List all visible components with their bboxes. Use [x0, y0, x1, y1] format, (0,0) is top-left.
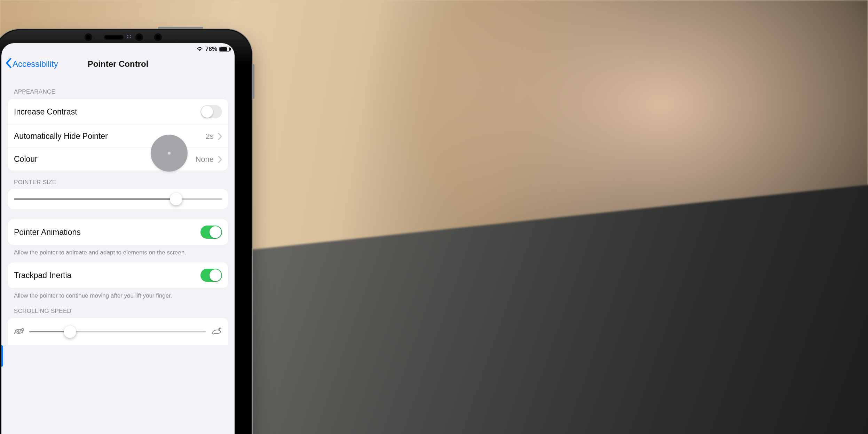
- tortoise-icon: [14, 327, 24, 336]
- pointer-size-slider[interactable]: [14, 198, 222, 200]
- row-label: Colour: [14, 155, 38, 164]
- section-header-pointer-size: POINTER SIZE: [8, 171, 228, 189]
- screen: 78% Accessibility Pointer Control APPEAR…: [1, 43, 235, 434]
- battery-fill: [220, 47, 227, 51]
- ipad-device-frame: :: 78% Accessibility Pointer Control APP…: [0, 29, 252, 434]
- back-button[interactable]: Accessibility: [6, 58, 58, 70]
- pointer-animations-switch[interactable]: [200, 226, 222, 239]
- pointer-animations-group: Pointer Animations: [8, 219, 228, 245]
- svg-point-2: [219, 331, 220, 331]
- nav-bar: Accessibility Pointer Control: [1, 54, 235, 74]
- status-bar: 78%: [1, 43, 235, 54]
- scrolling-speed-slider[interactable]: [29, 331, 206, 332]
- row-label: Increase Contrast: [14, 107, 77, 117]
- chevron-right-icon: [218, 133, 222, 140]
- row-increase-contrast[interactable]: Increase Contrast: [8, 99, 228, 125]
- section-header-appearance: APPEARANCE: [8, 80, 228, 99]
- trackpad-inertia-footnote: Allow the pointer to continue moving aft…: [8, 288, 228, 299]
- trackpad-inertia-switch[interactable]: [200, 269, 222, 282]
- hare-icon: [211, 327, 222, 336]
- appearance-group: Increase Contrast Automatically Hide Poi…: [8, 99, 228, 171]
- increase-contrast-switch[interactable]: [200, 105, 222, 118]
- device-side-button: [252, 64, 254, 99]
- row-value: None: [195, 155, 214, 164]
- back-button-label: Accessibility: [13, 59, 58, 69]
- section-header-scrolling-speed: SCROLLING SPEED: [8, 299, 228, 318]
- row-label: Pointer Animations: [14, 228, 81, 237]
- device-sensor-array: ::: [85, 34, 161, 40]
- scrolling-speed-slider-row: [8, 318, 228, 345]
- pointer-cursor-preview: [151, 135, 188, 172]
- wifi-icon: [196, 47, 203, 52]
- battery-percent-label: 78%: [205, 46, 217, 53]
- svg-point-1: [22, 329, 24, 331]
- row-label: Trackpad Inertia: [14, 271, 71, 280]
- trackpad-inertia-group: Trackpad Inertia: [8, 262, 228, 288]
- pointer-animations-footnote: Allow the pointer to animate and adapt t…: [8, 245, 228, 256]
- chevron-left-icon: [6, 58, 12, 70]
- row-trackpad-inertia[interactable]: Trackpad Inertia: [8, 262, 228, 288]
- row-colour[interactable]: Colour None: [8, 148, 228, 171]
- row-pointer-animations[interactable]: Pointer Animations: [8, 219, 228, 245]
- chevron-right-icon: [218, 156, 222, 163]
- row-value: 2s: [206, 132, 214, 141]
- battery-icon: [219, 47, 230, 52]
- row-auto-hide-pointer[interactable]: Automatically Hide Pointer 2s: [8, 125, 228, 148]
- pointer-size-slider-row: [8, 189, 228, 209]
- scroll-indicator: [1, 345, 3, 367]
- row-label: Automatically Hide Pointer: [14, 132, 108, 141]
- device-volume-button: [158, 27, 203, 29]
